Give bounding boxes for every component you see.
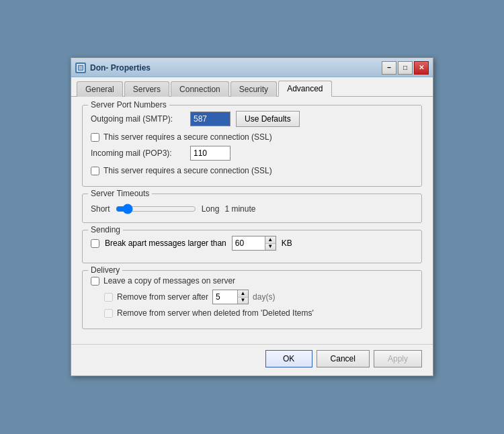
ssl1-label: This server requires a secure connection… [103,132,272,142]
maximize-button[interactable]: □ [398,61,413,75]
minimize-button[interactable]: – [382,61,396,75]
ssl2-label: This server requires a secure connection… [103,166,272,175]
break-spin-buttons: ▲ ▼ [265,236,276,250]
title-bar-left: Don- Properties [75,62,151,73]
sending-group: Sending Break apart messages larger than… [82,230,422,263]
window-title: Don- Properties [90,63,151,73]
incoming-label: Incoming mail (POP3): [91,148,185,158]
days-spin-up[interactable]: ▲ [237,290,248,298]
incoming-input[interactable] [190,146,230,161]
server-port-label: Server Port Numbers [88,100,169,110]
remove-deleted-row: Remove from server when deleted from 'De… [104,308,413,318]
delivery-sub-options: Remove from server after ▲ ▼ day(s) Remo… [91,290,413,318]
break-spinbox: ▲ ▼ [232,236,276,251]
tabs-row: General Servers Connection Security Adva… [71,77,433,97]
remove-deleted-label: Remove from server when deleted from 'De… [117,308,314,318]
leave-copy-label: Leave a copy of messages on server [103,276,235,286]
break-spin-up[interactable]: ▲ [265,236,276,244]
days-spinbox: ▲ ▼ [212,290,249,304]
server-port-group: Server Port Numbers Outgoing mail (SMTP)… [82,105,422,187]
days-spin-down[interactable]: ▼ [237,298,248,304]
timeout-slider-row: Short Long 1 minute [91,202,413,216]
break-label: Break apart messages larger than [105,238,226,248]
delivery-group: Delivery Leave a copy of messages on ser… [82,270,422,329]
ok-button[interactable]: OK [265,350,312,367]
close-button[interactable]: ✕ [414,61,429,75]
delivery-label: Delivery [88,265,122,275]
remove-after-label: Remove from server after [117,292,208,302]
remove-after-checkbox[interactable] [104,293,113,302]
ssl1-row: This server requires a secure connection… [91,132,413,142]
outgoing-input[interactable] [190,112,230,126]
outgoing-row: Outgoing mail (SMTP): Use Defaults [91,111,413,127]
timeouts-group: Server Timeouts Short Long 1 minute [82,193,422,223]
timeouts-label: Server Timeouts [88,189,152,198]
sending-label: Sending [88,225,123,234]
properties-window: Don- Properties – □ ✕ General Servers Co… [71,58,433,376]
tab-advanced[interactable]: Advanced [278,81,331,97]
short-label: Short [91,204,110,214]
long-label: Long [202,204,220,214]
break-value-input[interactable] [233,236,265,250]
days-input[interactable] [213,290,237,304]
tab-connection[interactable]: Connection [171,81,229,97]
apply-button[interactable]: Apply [374,350,422,367]
days-spin-buttons: ▲ ▼ [237,290,248,304]
leave-copy-row: Leave a copy of messages on server [91,276,413,286]
tab-security[interactable]: Security [230,81,277,97]
tab-content: Server Port Numbers Outgoing mail (SMTP)… [71,97,433,344]
svg-rect-1 [79,66,83,70]
timeout-value: 1 minute [224,204,255,214]
tab-servers[interactable]: Servers [124,81,169,97]
remove-after-row: Remove from server after ▲ ▼ day(s) [104,290,413,304]
days-label: day(s) [253,292,275,302]
timeout-slider[interactable] [116,202,196,216]
break-checkbox[interactable] [91,239,99,248]
remove-deleted-checkbox[interactable] [104,309,113,318]
incoming-row: Incoming mail (POP3): [91,146,413,161]
window-controls: – □ ✕ [382,61,429,75]
title-bar: Don- Properties – □ ✕ [71,58,433,77]
use-defaults-button[interactable]: Use Defaults [236,111,300,127]
cancel-button[interactable]: Cancel [317,350,370,367]
window-icon [75,62,86,73]
ssl2-row: This server requires a secure connection… [91,166,413,175]
break-row: Break apart messages larger than ▲ ▼ KB [91,236,413,251]
footer: OK Cancel Apply [71,344,433,376]
break-spin-down[interactable]: ▼ [265,244,276,251]
ssl2-checkbox[interactable] [91,167,99,175]
kb-label: KB [282,238,292,248]
outgoing-label: Outgoing mail (SMTP): [91,114,185,124]
tab-general[interactable]: General [77,81,123,97]
leave-copy-checkbox[interactable] [91,277,99,286]
ssl1-checkbox[interactable] [91,133,99,142]
